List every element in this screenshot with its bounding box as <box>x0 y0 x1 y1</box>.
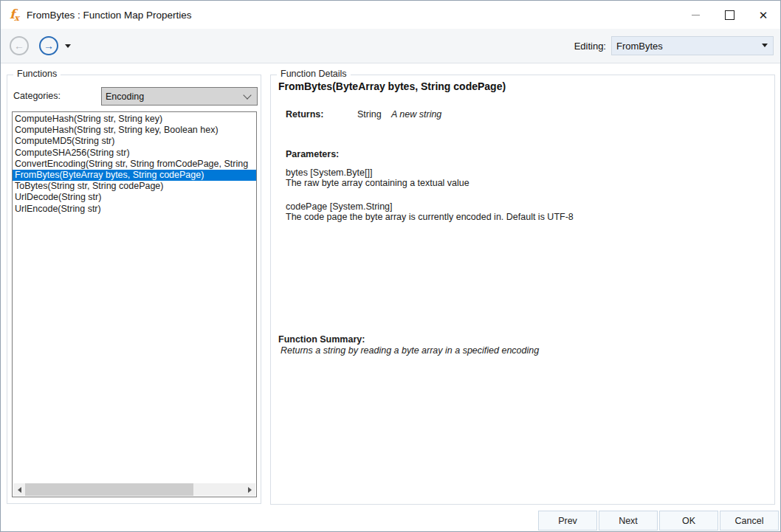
editing-group: Editing: FromBytes <box>574 36 774 55</box>
functions-panel-title: Functions <box>13 69 61 79</box>
ok-button[interactable]: OK <box>659 511 718 531</box>
footer-buttons: PrevNextOKCancel <box>537 511 779 531</box>
scroll-right-button[interactable] <box>244 483 255 496</box>
functions-panel: Functions Categories: Encoding ComputeHa… <box>7 75 261 504</box>
function-summary-text: Returns a string by reading a byte array… <box>281 345 539 356</box>
function-summary-label: Function Summary: <box>278 334 365 345</box>
cancel-button[interactable]: Cancel <box>720 511 779 531</box>
forward-arrow-icon: → <box>44 41 54 51</box>
scrollbar-thumb[interactable] <box>25 483 193 496</box>
categories-combobox[interactable]: Encoding <box>101 87 258 106</box>
editing-label: Editing: <box>574 41 606 52</box>
function-list-item[interactable]: FromBytes(ByteArray bytes, String codePa… <box>13 170 256 181</box>
function-list-item[interactable]: UrlEncode(String str) <box>13 204 256 215</box>
parameter-description: The code page the byte array is currentl… <box>286 213 574 223</box>
maximize-button[interactable] <box>712 1 746 29</box>
parameter-block: bytes [System.Byte[]]The raw byte array … <box>286 168 574 188</box>
categories-combobox-value: Encoding <box>106 91 144 102</box>
editing-combobox[interactable]: FromBytes <box>611 36 774 55</box>
horizontal-scrollbar[interactable] <box>13 483 255 496</box>
forward-button[interactable]: → <box>39 36 58 55</box>
parameter-description: The raw byte array containing a textual … <box>286 179 574 189</box>
function-details-panel: Function Details FromBytes(ByteArray byt… <box>270 75 775 505</box>
function-listbox: ComputeHash(String str, String key)Compu… <box>12 111 257 497</box>
scrollbar-track[interactable] <box>25 483 244 496</box>
function-list: ComputeHash(String str, String key)Compu… <box>13 114 256 215</box>
parameter-name: bytes [System.Byte[]] <box>286 168 574 179</box>
returns-label: Returns: <box>286 109 357 120</box>
function-list-item[interactable]: ComputeMD5(String str) <box>13 136 256 147</box>
parameters-label: Parameters: <box>286 149 339 159</box>
function-list-item[interactable]: ComputeSHA256(String str) <box>13 148 256 159</box>
close-button[interactable]: ✕ <box>746 1 780 29</box>
minimize-icon <box>692 15 700 15</box>
close-icon: ✕ <box>759 10 768 21</box>
categories-label: Categories: <box>13 91 61 101</box>
window-controls: ✕ <box>678 1 780 29</box>
parameters-list: bytes [System.Byte[]]The raw byte array … <box>286 168 574 236</box>
next-button[interactable]: Next <box>599 511 658 531</box>
window-title: FromBytes : Function Map Properties <box>27 10 192 21</box>
maximize-icon <box>725 10 734 20</box>
scroll-left-icon <box>18 487 21 493</box>
function-list-item[interactable]: UrlDecode(String str) <box>13 192 256 203</box>
fx-icon: fx <box>10 8 19 22</box>
returns-type: String <box>357 109 391 120</box>
prev-button[interactable]: Prev <box>538 511 597 531</box>
forward-dropdown-caret-icon[interactable] <box>65 44 71 48</box>
chevron-down-icon <box>762 44 768 47</box>
function-map-properties-dialog: fx FromBytes : Function Map Properties ✕… <box>0 0 781 532</box>
chevron-down-icon <box>243 91 251 99</box>
returns-description: A new string <box>391 109 441 120</box>
title-bar: fx FromBytes : Function Map Properties ✕ <box>1 1 780 29</box>
scroll-right-icon <box>248 487 252 493</box>
returns-row: Returns:StringA new string <box>286 109 441 120</box>
back-arrow-icon: ← <box>14 41 24 51</box>
toolbar: ← → Editing: FromBytes <box>1 29 780 63</box>
scroll-left-button[interactable] <box>13 483 25 496</box>
minimize-button[interactable] <box>678 1 712 29</box>
function-list-item[interactable]: ComputeHash(String str, String key, Bool… <box>13 125 256 136</box>
function-list-item[interactable]: ComputeHash(String str, String key) <box>13 114 256 125</box>
function-list-item[interactable]: ConvertEncoding(String str, String fromC… <box>13 159 256 170</box>
editing-combobox-value: FromBytes <box>616 41 663 52</box>
function-details-title: Function Details <box>277 69 351 79</box>
parameter-name: codePage [System.String] <box>286 202 574 213</box>
parameter-block: codePage [System.String]The code page th… <box>286 202 574 222</box>
back-button[interactable]: ← <box>10 36 29 55</box>
function-list-item[interactable]: ToBytes(String str, String codePage) <box>13 181 256 192</box>
function-signature: FromBytes(ByteArray bytes, String codePa… <box>278 80 506 92</box>
